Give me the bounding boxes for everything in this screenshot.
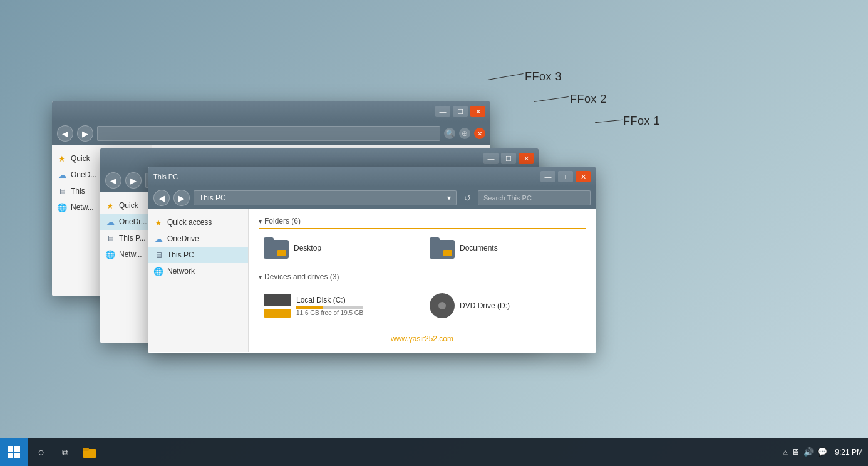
sidebar-2-od-label: OneDr... <box>119 217 147 226</box>
volume-icon[interactable]: 🔊 <box>803 447 814 457</box>
window-1-maximize[interactable]: ☐ <box>453 106 468 117</box>
window-2-minimize[interactable]: — <box>483 153 499 164</box>
desktop-folder[interactable]: Desktop <box>259 234 420 262</box>
window-3-content: ▾ Folders (6) Desktop <box>249 209 596 352</box>
network-tray-icon[interactable]: 🖥 <box>792 447 800 457</box>
window-3-refresh-btn[interactable]: ↺ <box>460 191 474 205</box>
disk-icon-body <box>264 294 291 306</box>
local-disk-c-info: Local Disk (C:) 11.6 GB free of 19.5 GB <box>296 296 363 316</box>
folder-badge <box>277 250 286 256</box>
ffox2-line <box>534 96 569 102</box>
window-3-this-pc: This PC — + ✕ ◀ ▶ This PC ▾ ↺ Search Thi… <box>148 167 596 353</box>
taskbar-folder-btn[interactable] <box>79 441 101 463</box>
local-disk-icon <box>264 294 291 318</box>
cloud-icon-2: ☁ <box>105 217 115 227</box>
star-icon-3: ★ <box>153 217 163 227</box>
window-3-address-bar[interactable]: This PC ▾ <box>194 190 457 205</box>
ffox3-label: FFox 3 <box>525 70 562 83</box>
sidebar-2-qa-label: Quick <box>119 201 138 210</box>
taskbar-clock[interactable]: 9:21 PM <box>835 447 863 458</box>
taskbar-task-view-btn[interactable]: ⧉ <box>54 441 76 463</box>
window-1-toolbar: ◀ ▶ 🔍 ⊕ ✕ <box>52 122 490 145</box>
monitor-icon-2: 🖥 <box>105 233 115 243</box>
local-disk-c[interactable]: Local Disk (C:) 11.6 GB free of 19.5 GB <box>259 289 420 322</box>
cloud-icon-3: ☁ <box>153 234 163 244</box>
window-3-search-placeholder: Search This PC <box>483 194 532 202</box>
taskbar-system-tray: △ 🖥 🔊 💬 9:21 PM <box>783 447 868 458</box>
ffox3-line <box>487 73 523 80</box>
network-icon-3: 🌐 <box>153 266 163 276</box>
network-icon-2: 🌐 <box>105 249 115 259</box>
window-3-toolbar: ◀ ▶ This PC ▾ ↺ Search This PC <box>148 187 596 209</box>
window-3-title: This PC <box>153 173 538 180</box>
desktop-folder-label: Desktop <box>294 244 321 252</box>
sidebar-3-pc-label: This PC <box>167 251 194 259</box>
window-1-search-icon: 🔍 <box>444 128 455 139</box>
local-disk-c-space: 11.6 GB free of 19.5 GB <box>296 309 363 316</box>
disk-icon-base <box>264 309 291 318</box>
window-3-forward-btn[interactable]: ▶ <box>173 190 190 206</box>
window-2-titlebar: — ☐ ✕ <box>100 148 539 168</box>
window-3-minimize-btn[interactable]: — <box>540 171 555 182</box>
local-disk-c-name: Local Disk (C:) <box>296 296 363 304</box>
clock-time: 9:21 PM <box>835 447 863 458</box>
window-3-maximize-btn[interactable]: + <box>558 171 573 182</box>
desktop: FFox 3 FFox 2 FFox 1 — ☐ ✕ ◀ ▶ 🔍 ⊕ ✕ <box>0 0 868 466</box>
folder-badge-2 <box>443 250 452 256</box>
devices-section-header: ▾ Devices and drives (3) <box>259 270 586 284</box>
dvd-drive-d-name: DVD Drive (D:) <box>460 301 510 310</box>
window-3-back-btn[interactable]: ◀ <box>153 190 170 206</box>
window-1-close[interactable]: ✕ <box>470 106 485 117</box>
documents-folder-icon <box>430 237 455 259</box>
start-button[interactable] <box>0 438 28 466</box>
folders-chevron: ▾ <box>259 218 262 225</box>
sidebar-1-onedrive-label: OneD... <box>71 170 96 179</box>
sidebar-1-quick-access-label: Quick <box>71 154 90 163</box>
sidebar-3-od-label: OneDrive <box>167 234 199 243</box>
window-3-body: ★ Quick access ☁ OneDrive 🖥 This PC 🌐 Ne… <box>148 209 596 352</box>
sidebar-3-quick-access[interactable]: ★ Quick access <box>148 214 248 230</box>
address-dropdown-icon: ▾ <box>447 194 451 202</box>
devices-grid: Local Disk (C:) 11.6 GB free of 19.5 GB <box>259 289 586 322</box>
window-3-search-bar[interactable]: Search This PC <box>478 190 591 205</box>
documents-folder-label: Documents <box>460 244 498 252</box>
monitor-icon-3: 🖥 <box>153 250 163 260</box>
window-1-forward-btn[interactable]: ▶ <box>77 125 93 142</box>
documents-folder[interactable]: Documents <box>425 234 586 262</box>
notification-icon[interactable]: 💬 <box>817 447 827 457</box>
window-3-close-btn[interactable]: ✕ <box>576 171 591 182</box>
svg-rect-1 <box>83 448 89 451</box>
chevron-up-icon[interactable]: △ <box>783 448 788 455</box>
watermark-text: www.yasir252.com <box>391 334 453 343</box>
task-view-icon: ⧉ <box>62 447 68 458</box>
sidebar-3-network[interactable]: 🌐 Network <box>148 263 248 279</box>
window-1-refresh-icon: ⊕ <box>459 128 470 139</box>
folder-body-2 <box>430 240 455 259</box>
cloud-icon: ☁ <box>57 170 67 180</box>
window-2-close[interactable]: ✕ <box>519 153 534 164</box>
folders-section-header: ▾ Folders (6) <box>259 214 586 229</box>
window-1-close-icon[interactable]: ✕ <box>474 128 485 139</box>
devices-chevron: ▾ <box>259 274 262 281</box>
window-1-back-btn[interactable]: ◀ <box>57 125 73 142</box>
window-1-address-bar[interactable] <box>97 126 440 141</box>
window-2-forward-btn[interactable]: ▶ <box>125 172 142 189</box>
star-icon-2: ★ <box>105 200 115 210</box>
dvd-drive-d[interactable]: DVD Drive (D:) <box>425 289 586 322</box>
network-icon: 🌐 <box>57 202 67 212</box>
search-circle-icon: ○ <box>38 446 45 459</box>
sidebar-3-net-label: Network <box>167 267 195 276</box>
dvd-inner-circle <box>438 302 446 309</box>
start-icon <box>8 446 20 458</box>
watermark: www.yasir252.com <box>259 329 586 348</box>
dvd-drive-icon <box>430 293 455 318</box>
window-2-back-btn[interactable]: ◀ <box>105 172 121 189</box>
sidebar-3-this-pc[interactable]: 🖥 This PC <box>148 247 248 263</box>
window-2-maximize[interactable]: ☐ <box>501 153 516 164</box>
sidebar-2-pc-label: This P... <box>119 234 145 242</box>
folders-grid: Desktop Documents <box>259 234 586 262</box>
window-1-minimize[interactable]: — <box>435 106 450 117</box>
sidebar-3-onedrive[interactable]: ☁ OneDrive <box>148 230 248 247</box>
ffox1-line <box>595 120 623 123</box>
taskbar-search-btn[interactable]: ○ <box>30 441 53 463</box>
